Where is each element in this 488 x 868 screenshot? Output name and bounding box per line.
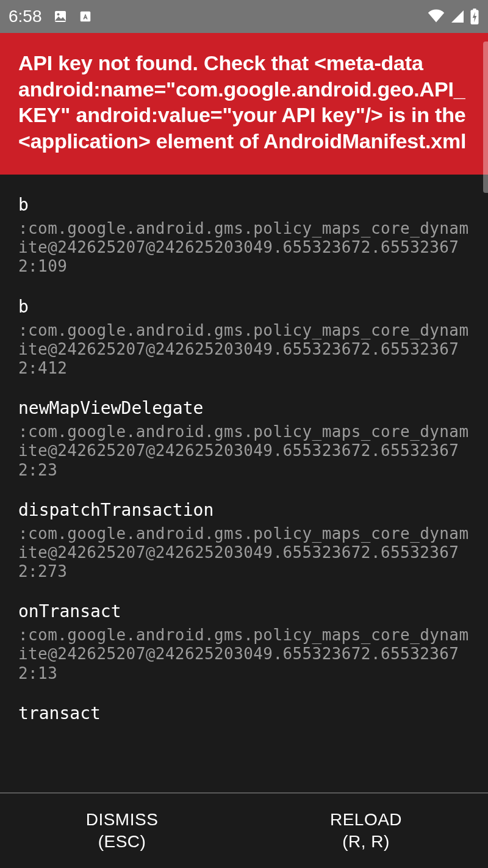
stack-frame-method: b [18, 296, 470, 317]
stack-frame[interactable]: b :com.google.android.gms.policy_maps_co… [18, 277, 470, 378]
stack-frame-method: transact [18, 703, 470, 724]
svg-rect-4 [473, 9, 476, 10]
redbox-footer: DISMISS (ESC) RELOAD (R, R) [0, 792, 488, 868]
dismiss-label: DISMISS [86, 809, 159, 831]
stack-frame-method: onTransact [18, 601, 470, 622]
dismiss-button[interactable]: DISMISS (ESC) [0, 794, 244, 868]
battery-charging-icon [470, 9, 479, 24]
scrollbar-indicator[interactable] [483, 42, 488, 193]
stack-frame-method: dispatchTransaction [18, 499, 470, 521]
dismiss-hint: (ESC) [98, 831, 146, 853]
stack-frame-method: b [18, 194, 470, 215]
reload-hint: (R, R) [342, 831, 390, 853]
reload-button[interactable]: RELOAD (R, R) [244, 794, 488, 868]
stack-frame[interactable]: newMapViewDelegate :com.google.android.g… [18, 378, 470, 480]
stack-frame-location: :com.google.android.gms.policy_maps_core… [18, 219, 470, 277]
image-notification-icon [53, 9, 68, 24]
stack-frame-location: :com.google.android.gms.policy_maps_core… [18, 422, 470, 480]
android-status-bar: 6:58 [0, 0, 488, 33]
status-bar-right [427, 9, 479, 24]
stack-frame-location: :com.google.android.gms.policy_maps_core… [18, 626, 470, 683]
stack-frame[interactable]: b :com.google.android.gms.policy_maps_co… [18, 175, 470, 277]
wifi-icon [427, 9, 445, 24]
svg-point-1 [57, 13, 59, 16]
status-bar-clock: 6:58 [9, 7, 42, 26]
stack-frame[interactable]: dispatchTransaction :com.google.android.… [18, 480, 470, 582]
stack-trace-list[interactable]: b :com.google.android.gms.policy_maps_co… [0, 175, 488, 758]
error-message-text: API key not found. Check that <meta-data… [18, 51, 466, 153]
stack-frame[interactable]: transact [18, 683, 470, 724]
stack-frame-method: newMapViewDelegate [18, 397, 470, 419]
cellular-signal-icon [450, 9, 465, 24]
app-notification-icon [79, 10, 92, 23]
stack-frame-location: :com.google.android.gms.policy_maps_core… [18, 524, 470, 582]
reload-label: RELOAD [330, 809, 402, 831]
error-redbox-header: API key not found. Check that <meta-data… [0, 33, 488, 175]
stack-frame[interactable]: onTransact :com.google.android.gms.polic… [18, 581, 470, 683]
status-bar-left: 6:58 [9, 7, 92, 26]
svg-rect-2 [80, 12, 90, 22]
stack-frame-location: :com.google.android.gms.policy_maps_core… [18, 321, 470, 378]
